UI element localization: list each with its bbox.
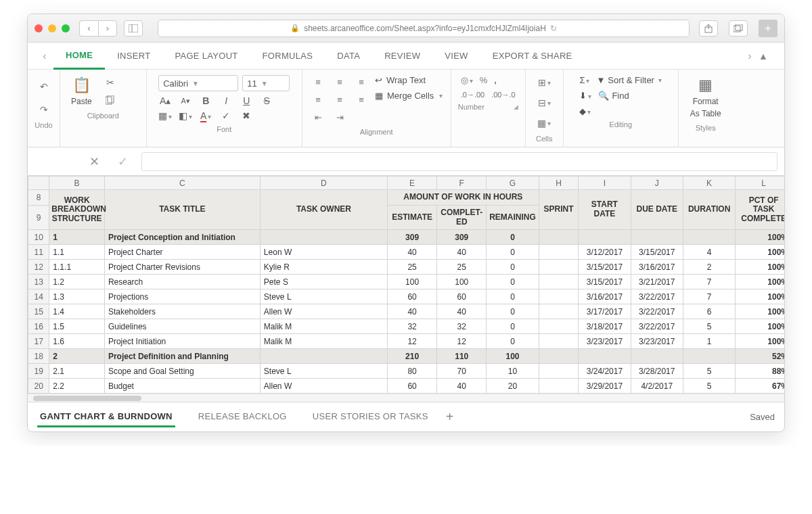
column-header[interactable]: B <box>49 177 105 190</box>
cell[interactable]: 80 <box>388 364 437 379</box>
paste-button[interactable]: 📋 Paste <box>67 75 96 108</box>
cell[interactable]: Allen W <box>260 379 387 394</box>
cell[interactable]: 100% <box>736 304 784 319</box>
increase-indent-button[interactable]: ⇥ <box>332 110 348 124</box>
comma-button[interactable]: , <box>494 75 497 85</box>
cell[interactable]: 4/2/2017 <box>631 379 683 394</box>
new-tab-button[interactable]: + <box>759 20 777 37</box>
cell[interactable]: Project Charter Revisions <box>104 260 260 275</box>
cell[interactable] <box>539 275 579 289</box>
ribbon-tab-insert[interactable]: INSERT <box>105 43 162 70</box>
increase-decimal-button[interactable]: .0→.00 <box>461 91 484 99</box>
cell[interactable]: 1.5 <box>49 319 105 334</box>
cell[interactable] <box>539 230 579 245</box>
cancel-edit-button[interactable]: ✕ <box>85 154 104 169</box>
sidebar-toggle-button[interactable] <box>124 20 143 37</box>
back-button[interactable]: ‹ <box>79 20 98 37</box>
cell[interactable]: 70 <box>437 364 487 379</box>
format-as-table-button[interactable]: ▦ Format As Table <box>686 75 725 120</box>
cell[interactable]: 3/22/2017 <box>631 304 683 319</box>
cell[interactable]: 210 <box>388 349 437 364</box>
cell[interactable]: 0 <box>487 230 539 245</box>
select-all-corner[interactable] <box>28 177 49 190</box>
cell[interactable]: 0 <box>487 245 539 260</box>
cell[interactable]: 1 <box>683 334 735 349</box>
cell[interactable] <box>579 230 631 245</box>
cell[interactable]: 40 <box>388 304 437 319</box>
cell[interactable]: 4 <box>683 245 735 260</box>
table-row[interactable]: 192.1Scope and Goal SettingSteve L807010… <box>28 364 785 379</box>
cell[interactable]: 3/23/2017 <box>631 334 683 349</box>
cell[interactable]: 1.6 <box>49 334 105 349</box>
row-header[interactable]: 19 <box>28 364 49 379</box>
table-row[interactable]: 101Project Conception and Initiation3093… <box>28 230 785 245</box>
cell[interactable] <box>631 349 683 364</box>
wrap-text-button[interactable]: ↩ Wrap Text <box>375 75 443 85</box>
row-header[interactable]: 20 <box>28 379 49 394</box>
cell[interactable] <box>539 260 579 275</box>
format-painter-end[interactable]: ✖ <box>240 110 253 121</box>
cell[interactable] <box>683 230 735 245</box>
cell[interactable]: 100% <box>736 275 784 289</box>
minimize-window-icon[interactable] <box>48 24 56 32</box>
align-left-button[interactable]: ≡ <box>310 93 326 106</box>
cell[interactable]: 5 <box>683 364 735 379</box>
format-cells-button[interactable]: ▦▾ <box>535 116 553 131</box>
decrease-indent-button[interactable]: ⇤ <box>310 110 326 124</box>
add-sheet-button[interactable]: + <box>446 409 454 425</box>
cell[interactable]: 309 <box>388 230 437 245</box>
table-row[interactable]: 131.2ResearchPete S10010003/15/20173/21/… <box>28 275 785 289</box>
currency-button[interactable]: ◎▾ <box>461 75 473 85</box>
confirm-edit-button[interactable]: ✓ <box>113 154 132 169</box>
cell[interactable]: 67% <box>736 379 784 394</box>
strikethrough-button[interactable]: S <box>260 95 273 106</box>
cell[interactable]: Project Initiation <box>104 334 260 349</box>
cell[interactable]: 3/16/2017 <box>631 260 683 275</box>
fill-button[interactable]: ⬇▾ <box>579 91 591 101</box>
cell[interactable] <box>539 349 579 364</box>
row-header[interactable]: 12 <box>28 260 49 275</box>
increase-font-button[interactable]: A▴ <box>158 95 172 106</box>
delete-cells-button[interactable]: ⊟▾ <box>535 95 553 110</box>
cell[interactable] <box>539 319 579 334</box>
number-dialog-launcher[interactable]: ◢ <box>514 103 518 110</box>
cell[interactable]: 1 <box>49 230 105 245</box>
copy-button[interactable] <box>102 93 119 108</box>
cell[interactable]: 1.3 <box>49 289 105 304</box>
cell[interactable]: 100% <box>736 334 784 349</box>
ribbon-tab-page-layout[interactable]: PAGE LAYOUT <box>162 43 250 70</box>
cell[interactable]: 2 <box>49 349 105 364</box>
cell[interactable]: 12 <box>388 334 437 349</box>
cell[interactable] <box>260 349 387 364</box>
column-header[interactable]: H <box>539 177 579 190</box>
horizontal-scrollbar[interactable] <box>28 394 784 402</box>
cell[interactable]: Scope and Goal Setting <box>104 364 260 379</box>
forward-button[interactable]: › <box>98 20 117 37</box>
cell[interactable]: Steve L <box>260 289 387 304</box>
sheet-tab[interactable]: USER STORIES OR TASKS <box>310 407 431 427</box>
fill-color-button[interactable]: ◧▾ <box>179 110 192 121</box>
table-row[interactable]: 182Project Definition and Planning210110… <box>28 349 785 364</box>
row-header[interactable]: 11 <box>28 245 49 260</box>
cell[interactable]: 5 <box>683 379 735 394</box>
cell[interactable]: 60 <box>437 289 487 304</box>
cell[interactable]: 100 <box>437 275 487 289</box>
cut-button[interactable]: ✂ <box>102 75 119 90</box>
ribbon-tab-view[interactable]: VIEW <box>432 43 480 70</box>
cell[interactable]: 309 <box>437 230 487 245</box>
cell[interactable]: 12 <box>437 334 487 349</box>
font-size-select[interactable]: 11 ▼ <box>242 75 290 91</box>
share-button[interactable] <box>699 20 718 37</box>
cell[interactable]: 2.2 <box>49 379 105 394</box>
row-header[interactable]: 18 <box>28 349 49 364</box>
column-header[interactable]: L <box>736 177 784 190</box>
align-right-button[interactable]: ≡ <box>353 93 369 106</box>
decrease-decimal-button[interactable]: .00→.0 <box>491 91 515 99</box>
borders-button[interactable]: ▦▾ <box>158 110 172 121</box>
table-row[interactable]: 161.5GuidelinesMalik M323203/18/20173/22… <box>28 319 785 334</box>
cell[interactable]: 88% <box>736 364 784 379</box>
cell[interactable]: 20 <box>487 379 539 394</box>
cell[interactable]: 100% <box>736 289 784 304</box>
cell[interactable]: 6 <box>683 304 735 319</box>
cell[interactable]: 100% <box>736 230 784 245</box>
